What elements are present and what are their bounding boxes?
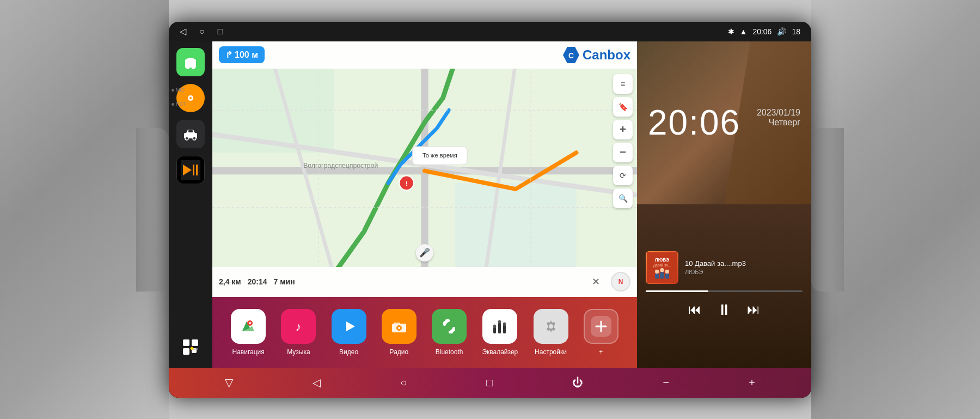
map-search-btn[interactable]: 🔍: [613, 189, 633, 208]
phone-icon: [432, 309, 467, 344]
car-frame: MIC RST ◁ ○ □ ✱ ▲ 20:06 🔊 18: [0, 0, 980, 419]
svg-text:Волгоградспецпрострой: Волгоградспецпрострой: [303, 162, 378, 169]
right-panel: 20:06 2023/01/19 Четверг: [637, 41, 811, 368]
svg-point-67: [660, 268, 664, 272]
app-music[interactable]: ♪ Музыка: [281, 309, 316, 356]
video-app-label: Видео: [339, 348, 358, 356]
bottom-nav: ▽ ◁ ○ □ ⏻ − +: [169, 368, 811, 398]
nav-down-btn[interactable]: ▽: [218, 372, 240, 393]
svg-rect-55: [498, 320, 501, 323]
svg-rect-53: [493, 325, 496, 327]
nav-plus-btn[interactable]: +: [742, 372, 762, 393]
eq-app-label: Эквалайзер: [482, 348, 518, 356]
app-video[interactable]: Видео: [332, 309, 366, 356]
map-zoom-out-btn[interactable]: −: [613, 143, 633, 162]
map-controls: ≡ 🔖 + − ⟳ 🔍: [613, 74, 633, 208]
recents-nav-icon[interactable]: □: [218, 27, 223, 37]
music-prev-btn[interactable]: ⏮: [686, 300, 703, 319]
map-menu-btn[interactable]: ≡: [613, 74, 633, 94]
nav-home-btn[interactable]: ○: [394, 372, 413, 393]
clock-day: Четверг: [757, 118, 800, 127]
screen-container: ◁ ○ □ ✱ ▲ 20:06 🔊 18: [169, 22, 811, 398]
clock-date: 2023/01/19: [757, 108, 800, 118]
sidebar-grid[interactable]: [176, 333, 205, 361]
music-info: 10 Давай за....mp3 ЛЮБЭ: [685, 259, 746, 275]
video-icon: [332, 309, 366, 344]
home-nav-icon[interactable]: ○: [199, 27, 205, 37]
svg-point-66: [655, 269, 659, 273]
svg-text:C: C: [568, 51, 574, 60]
map-svg: Волгоградспецпрострой ! То же время: [212, 69, 637, 267]
volume-level: 18: [792, 27, 800, 36]
status-time: 20:06: [752, 27, 771, 36]
status-bar: ◁ ○ □ ✱ ▲ 20:06 🔊 18: [169, 22, 811, 41]
app-navigation[interactable]: Навигация: [231, 309, 266, 356]
svg-text:То же время: То же время: [422, 152, 457, 159]
nav-turn-indicator: ↱ 100 м: [219, 46, 265, 63]
svg-rect-54: [498, 323, 501, 333]
right-handle-arm: [811, 0, 980, 419]
side-labels: MIC RST: [171, 87, 186, 107]
status-right: ✱ ▲ 20:06 🔊 18: [728, 27, 800, 36]
clock-time: 20:06: [648, 102, 740, 143]
app-bluetooth[interactable]: Bluetooth: [432, 309, 467, 356]
app-settings[interactable]: Настройки: [534, 309, 568, 356]
music-artist: ЛЮБЭ: [685, 269, 746, 275]
nav-recents-btn[interactable]: □: [480, 372, 499, 393]
nav-power-btn[interactable]: ⏻: [566, 372, 590, 393]
bluetooth-app-label: Bluetooth: [436, 348, 463, 356]
turn-distance: 100 м: [235, 50, 258, 60]
map-area: ↱ 100 м C Canbox: [212, 41, 637, 297]
music-play-pause-btn[interactable]: ⏸: [714, 299, 734, 321]
bluetooth-status-icon: ✱: [728, 27, 734, 36]
map-north-indicator: N: [611, 272, 630, 292]
svg-text:Давай за...: Давай за...: [653, 263, 671, 268]
clock-section: 20:06 2023/01/19 Четверг: [637, 41, 811, 205]
svg-point-7: [193, 137, 196, 140]
app-equalizer[interactable]: Эквалайзер: [482, 309, 518, 356]
radio-app-label: Радио: [390, 348, 409, 356]
map-recenter-btn[interactable]: ⟳: [613, 166, 633, 185]
svg-point-68: [665, 269, 669, 273]
svg-rect-56: [503, 325, 506, 333]
back-nav-icon[interactable]: ◁: [180, 26, 186, 37]
volume-icon: 🔊: [777, 27, 786, 36]
screen-inner: ◁ ○ □ ✱ ▲ 20:06 🔊 18: [169, 22, 811, 398]
svg-point-1: [192, 66, 195, 69]
map-zoom-in-btn[interactable]: +: [613, 120, 633, 139]
svg-rect-15: [183, 348, 189, 355]
nav-back-btn[interactable]: ◁: [306, 372, 327, 393]
svg-rect-22: [212, 69, 334, 153]
svg-rect-71: [665, 274, 669, 278]
svg-rect-49: [394, 323, 400, 324]
svg-point-0: [186, 66, 189, 69]
map-duration: 7 мин: [274, 277, 295, 286]
map-close-btn[interactable]: ✕: [592, 276, 600, 288]
map-distance: 2,4 км: [219, 277, 241, 286]
left-handle-arm: [0, 0, 169, 419]
canbox-logo-icon: C: [563, 47, 579, 63]
music-next-btn[interactable]: ⏭: [745, 300, 762, 319]
nav-minus-btn[interactable]: −: [657, 372, 676, 393]
sidebar-car[interactable]: [176, 120, 205, 148]
svg-rect-50: [439, 316, 460, 337]
main-content: ↱ 100 м C Canbox: [169, 41, 811, 368]
map-bookmark-btn[interactable]: 🔖: [613, 97, 633, 117]
svg-point-6: [185, 137, 188, 140]
sidebar-carplay[interactable]: [176, 48, 205, 76]
svg-rect-69: [655, 274, 659, 278]
app-radio[interactable]: Радио: [382, 309, 416, 356]
music-controls: ⏮ ⏸ ⏭: [686, 299, 762, 321]
wifi-status-icon: ▲: [740, 27, 748, 36]
map-header: ↱ 100 м C Canbox: [212, 41, 637, 69]
music-progress-bar[interactable]: [646, 290, 803, 292]
sidebar-kino[interactable]: [176, 156, 205, 184]
add-icon: [584, 309, 618, 344]
app-add[interactable]: +: [584, 309, 618, 356]
nav-icon: [231, 309, 266, 344]
canbox-brand-text: Canbox: [583, 47, 630, 63]
center-panel: ↱ 100 м C Canbox: [212, 41, 637, 368]
add-app-label: +: [599, 348, 603, 356]
status-nav: ◁ ○ □: [180, 26, 223, 37]
map-mic-btn[interactable]: 🎤: [416, 244, 433, 262]
